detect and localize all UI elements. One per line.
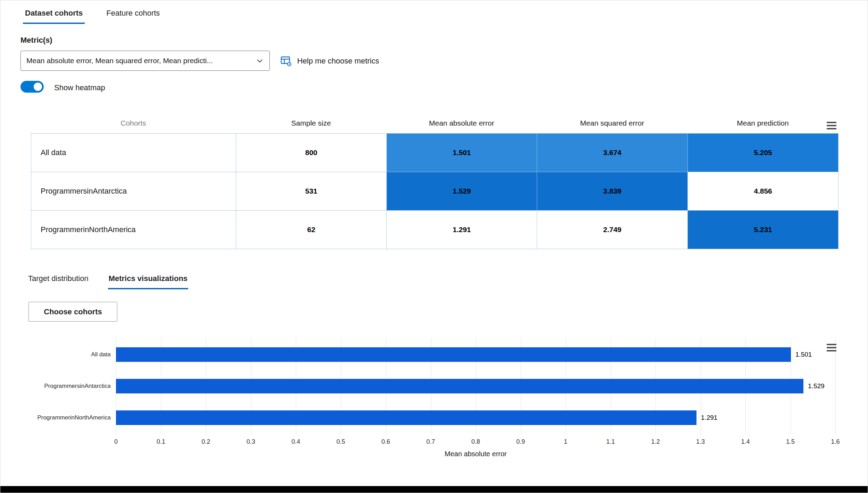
column-header-mean-prediction: Mean prediction	[687, 119, 838, 127]
x-tick-label: 1.2	[651, 438, 660, 445]
x-tick-label: 0.3	[247, 438, 255, 445]
bar-value-label: 1.501	[795, 351, 812, 358]
bar-value-label: 1.291	[701, 414, 718, 422]
x-tick-label: 1.5	[786, 438, 795, 445]
column-header-cohorts: Cohorts	[31, 119, 236, 127]
tab-metrics-visualizations[interactable]: Metrics visualizations	[108, 272, 188, 289]
metric-heatmap-cell: 1.529	[387, 172, 537, 211]
sample-size-cell: 800	[236, 134, 387, 172]
y-category-label: ProgrammerinNorthAmerica	[0, 414, 111, 421]
y-category-label: All data	[0, 351, 111, 358]
metrics-dropdown-value: Mean absolute error, Mean squared error,…	[26, 57, 213, 65]
x-tick-label: 0.4	[291, 438, 300, 445]
show-heatmap-label: Show heatmap	[54, 83, 105, 92]
x-tick-label: 1.6	[831, 438, 840, 445]
table-row: All data8001.5013.6745.205	[31, 134, 839, 172]
gridline	[835, 338, 836, 435]
help-me-choose-metrics-label: Help me choose metrics	[297, 57, 379, 66]
metric-heatmap-cell: 3.674	[537, 134, 688, 172]
cohort-name-cell: ProgrammerinNorthAmerica	[31, 211, 236, 249]
tab-target-distribution[interactable]: Target distribution	[27, 272, 89, 289]
metric-heatmap-cell: 4.856	[688, 172, 838, 211]
metric-heatmap-cell: 3.839	[537, 172, 688, 211]
chart-plot	[116, 339, 835, 433]
help-me-choose-metrics-button[interactable]: Help me choose metrics	[280, 54, 379, 68]
table-row: ProgrammersinAntarctica5311.5293.8394.85…	[31, 172, 839, 211]
metric-heatmap-cell: 5.205	[688, 134, 838, 172]
x-tick-label: 0.8	[471, 438, 480, 445]
x-tick-label: 1.3	[696, 438, 705, 445]
metric-heatmap-cell: 1.501	[387, 134, 537, 172]
show-heatmap-toggle[interactable]	[20, 81, 44, 93]
tab-feature-cohorts[interactable]: Feature cohorts	[104, 7, 162, 24]
cohort-table-body: All data8001.5013.6745.205ProgrammersinA…	[31, 133, 839, 249]
view-tabs: Target distribution Metrics visualizatio…	[27, 272, 188, 289]
x-tick-label: 1.1	[606, 438, 615, 445]
y-category-label: ProgrammersinAntarctica	[0, 383, 111, 390]
x-tick-label: 1	[564, 438, 567, 445]
x-tick-label: 0	[114, 438, 118, 445]
x-tick-label: 0.5	[336, 438, 345, 445]
x-tick-label: 1.4	[741, 438, 750, 445]
x-tick-label: 0.6	[381, 438, 390, 445]
chevron-down-icon	[256, 57, 264, 65]
choose-cohorts-button[interactable]: Choose cohorts	[28, 302, 117, 322]
bar[interactable]	[116, 347, 791, 362]
metrics-label: Metric(s)	[20, 36, 52, 45]
choose-metrics-icon	[280, 55, 292, 67]
cohort-type-tabs: Dataset cohorts Feature cohorts	[23, 7, 162, 24]
cohort-name-cell: All data	[31, 134, 236, 172]
metrics-dropdown[interactable]: Mean absolute error, Mean squared error,…	[20, 51, 270, 71]
column-header-mean-squared-error: Mean squared error	[537, 119, 687, 127]
x-tick-label: 0.9	[516, 438, 525, 445]
bar-value-label: 1.529	[808, 382, 825, 390]
metric-heatmap-cell: 5.231	[688, 211, 838, 249]
model-overview-panel: Dataset cohorts Feature cohorts Metric(s…	[0, 0, 868, 493]
column-header-mean-absolute-error: Mean absolute error	[386, 119, 537, 127]
table-row: ProgrammerinNorthAmerica621.2912.7495.23…	[31, 211, 839, 249]
metric-heatmap-cell: 2.749	[537, 211, 688, 249]
x-tick-label: 0.7	[426, 438, 435, 445]
metric-heatmap-cell: 1.291	[387, 211, 537, 249]
sample-size-cell: 62	[236, 211, 387, 249]
bar[interactable]	[116, 379, 803, 393]
metrics-bar-chart: Mean absolute error 00.10.20.30.40.50.60…	[0, 333, 868, 472]
sample-size-cell: 531	[236, 172, 387, 211]
toggle-knob	[34, 83, 42, 91]
x-tick-label: 0.2	[201, 438, 210, 445]
column-header-sample-size: Sample size	[236, 119, 386, 127]
tab-dataset-cohorts[interactable]: Dataset cohorts	[23, 7, 85, 24]
chart-menu-icon[interactable]	[827, 344, 836, 351]
x-axis-title: Mean absolute error	[116, 450, 835, 458]
bottom-bar	[0, 486, 868, 493]
bar[interactable]	[116, 410, 696, 425]
cohort-name-cell: ProgrammersinAntarctica	[31, 172, 236, 211]
x-tick-label: 0.1	[157, 438, 165, 445]
table-menu-icon[interactable]	[827, 122, 836, 129]
